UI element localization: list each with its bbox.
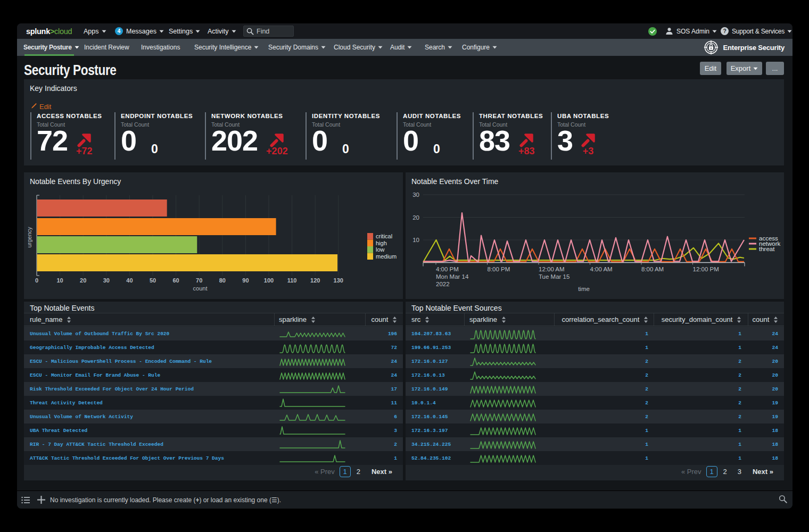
svg-text:80: 80 (219, 277, 226, 284)
svg-text:2022: 2022 (436, 281, 450, 287)
svg-text:Mon Mar 14: Mon Mar 14 (436, 273, 469, 280)
svg-text:100: 100 (264, 277, 274, 284)
svg-text:threat: threat (759, 246, 775, 252)
svg-text:medium: medium (376, 253, 397, 260)
svg-text:30: 30 (103, 277, 110, 284)
svg-text:60: 60 (172, 277, 179, 284)
svg-text:urgency: urgency (26, 227, 32, 248)
svg-text:time: time (578, 286, 590, 292)
svg-text:count: count (193, 285, 208, 292)
svg-text:40: 40 (126, 277, 133, 284)
svg-text:0: 0 (35, 277, 38, 284)
svg-text:4:00 PM: 4:00 PM (436, 266, 459, 272)
svg-text:?: ? (723, 28, 726, 34)
svg-text:10: 10 (412, 237, 419, 243)
svg-text:12:00 AM: 12:00 AM (539, 266, 565, 272)
svg-text:20: 20 (412, 214, 419, 221)
svg-text:8:00 PM: 8:00 PM (488, 266, 510, 272)
svg-text:90: 90 (242, 277, 249, 284)
svg-text:110: 110 (287, 277, 297, 284)
svg-text:critical: critical (376, 233, 392, 239)
svg-text:30: 30 (412, 192, 419, 198)
svg-text:70: 70 (196, 277, 202, 284)
svg-text:10: 10 (56, 277, 63, 284)
svg-text:50: 50 (150, 277, 156, 284)
svg-text:130: 130 (334, 277, 343, 284)
svg-text:8:00 AM: 8:00 AM (641, 266, 664, 272)
svg-text:high: high (376, 240, 387, 246)
svg-text:20: 20 (80, 277, 86, 284)
svg-text:low: low (376, 246, 385, 253)
svg-text:4:00 AM: 4:00 AM (590, 266, 613, 272)
svg-text:Tue Mar 15: Tue Mar 15 (539, 273, 569, 280)
svg-text:12:00 PM: 12:00 PM (693, 266, 719, 272)
svg-text:120: 120 (310, 277, 320, 284)
